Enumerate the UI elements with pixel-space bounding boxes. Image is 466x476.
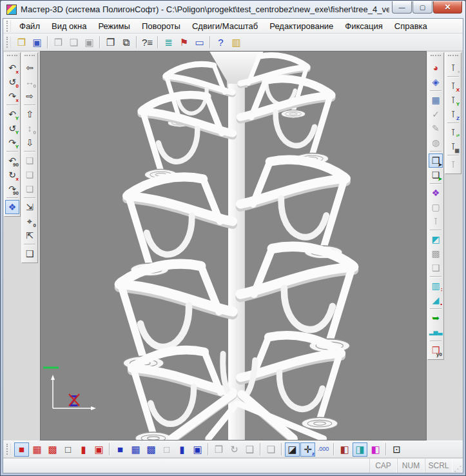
pattern-fill-button: ◍ bbox=[429, 135, 443, 150]
rotate-free-button[interactable]: ↻x bbox=[5, 168, 19, 182]
fix-x-button[interactable]: ⊺X bbox=[446, 79, 460, 93]
help-book-button[interactable]: ▥ bbox=[229, 35, 244, 49]
face-select-button[interactable]: ◩ bbox=[429, 232, 443, 246]
viewport[interactable]: Z bbox=[40, 51, 427, 441]
cut-plane-button[interactable]: ◢• bbox=[429, 293, 443, 307]
render-material-button[interactable]: ◕ bbox=[429, 61, 443, 75]
view-box-button[interactable]: ❑ bbox=[23, 246, 37, 261]
toolbar-rotate-grip[interactable] bbox=[7, 55, 17, 59]
rotate-y-right-button[interactable]: ↷Y bbox=[5, 135, 19, 150]
menu-item-fixation[interactable]: Фиксация bbox=[339, 20, 388, 32]
menu-item-modes[interactable]: Режимы bbox=[92, 20, 135, 32]
menu-item-editing[interactable]: Редактирование bbox=[264, 20, 339, 32]
menu-item-view-window[interactable]: Вид окна bbox=[46, 20, 92, 32]
axes-xyz-button[interactable]: ✛z bbox=[300, 442, 315, 457]
toolbar-top-grip[interactable] bbox=[6, 37, 11, 48]
chart-bars-button[interactable]: ▂▅▃ bbox=[429, 325, 443, 339]
toolbar-separator bbox=[430, 308, 442, 310]
pan-left-button[interactable]: ⇦ bbox=[23, 61, 37, 75]
section-layers-button[interactable]: ▥∶ bbox=[429, 279, 443, 293]
fix-y-button[interactable]: ⊺Y bbox=[446, 93, 460, 107]
rotate-y-zero-button[interactable]: ↺Y bbox=[5, 121, 19, 135]
menu-item-file[interactable]: Файл bbox=[14, 20, 46, 32]
select-object-button[interactable]: ❒➤ bbox=[429, 154, 443, 168]
copy-view-button[interactable]: ❐ bbox=[103, 35, 118, 49]
cube-blue-dots-sparse-button[interactable]: ▦ bbox=[128, 442, 143, 457]
toolbar-separator bbox=[430, 151, 442, 152]
window-new-icon: ❏ bbox=[26, 156, 34, 165]
rotate-x-left-button[interactable]: ↶x bbox=[5, 61, 19, 75]
slice-blue-button[interactable]: ▮ bbox=[175, 442, 189, 457]
pan-up-icon: ⇧ bbox=[26, 110, 34, 119]
open-model-button[interactable]: ❒ bbox=[14, 35, 29, 49]
language-flags-icon: ⚑ bbox=[180, 37, 188, 47]
cube-blue-dots-button[interactable]: ▩ bbox=[144, 442, 159, 457]
cube-colored-button[interactable]: ❖ bbox=[429, 186, 443, 200]
toolbar-view-tools-grip[interactable] bbox=[431, 55, 441, 59]
fix-center-button[interactable]: ⊺◦ bbox=[446, 61, 460, 75]
cube-teal-button[interactable]: ◨ bbox=[353, 442, 367, 457]
fix-region-button[interactable]: ⊺▦ bbox=[446, 139, 460, 154]
export-model-button[interactable]: ➥ bbox=[429, 311, 443, 325]
rotate-90-right-button[interactable]: ↷90 bbox=[5, 182, 19, 196]
rotate-90-left-button[interactable]: ↶90 bbox=[5, 154, 19, 168]
menu-bar: ФайлВид окнаРежимыПоворотыСдвиги/Масштаб… bbox=[3, 19, 463, 34]
precision-000-button[interactable]: .000 bbox=[316, 442, 331, 457]
cube-blue-solid-button[interactable]: ■ bbox=[113, 442, 128, 457]
maximize-button[interactable]: ▢ bbox=[413, 1, 432, 14]
app-icon[interactable] bbox=[6, 5, 17, 15]
cube-blue-frame-button[interactable]: ▣ bbox=[190, 442, 205, 457]
rotate-y-left-button[interactable]: ↶Y bbox=[5, 107, 19, 121]
zoom-shrink-button[interactable]: ⇱ bbox=[23, 228, 37, 243]
cube-red-blue-button[interactable]: ◧ bbox=[337, 442, 352, 457]
pan-up-button[interactable]: ⇧ bbox=[23, 107, 37, 121]
cube-shaded-button[interactable]: ◪ bbox=[285, 442, 300, 457]
rotate-x-zero-button[interactable]: ↺0 bbox=[5, 75, 19, 89]
cube-white-wire-button[interactable]: □ bbox=[61, 442, 75, 457]
toolbar-bottom-grip[interactable] bbox=[6, 444, 11, 455]
zoom-extents-button[interactable]: ⇲ bbox=[23, 200, 37, 214]
menu-item-rotations[interactable]: Повороты bbox=[136, 20, 186, 32]
background-grid-button[interactable]: ▦ bbox=[429, 93, 443, 107]
export-model-icon: ➥ bbox=[432, 313, 440, 322]
help-button[interactable]: ? bbox=[213, 35, 228, 49]
view-isometric-button[interactable]: ❖ bbox=[5, 200, 19, 214]
cube-magenta-button[interactable]: ◧ bbox=[368, 442, 383, 457]
cube-y0-badge: y0 bbox=[436, 352, 442, 357]
save-model-button[interactable]: ▣ bbox=[30, 35, 44, 49]
menu-item-help[interactable]: Справка bbox=[389, 20, 433, 32]
cube-red-solid-button[interactable]: ■ bbox=[14, 442, 29, 457]
cut-plane-badge: • bbox=[440, 302, 442, 307]
screen-settings-button[interactable]: ▭ bbox=[192, 35, 207, 49]
menubar-grip[interactable] bbox=[6, 21, 11, 32]
context-help-button[interactable]: ?≡ bbox=[140, 35, 155, 49]
select-region-button[interactable]: ❏➤ bbox=[429, 168, 443, 182]
cube-red-dots-button[interactable]: ▩ bbox=[45, 442, 60, 457]
fix-z-button[interactable]: ⊺Z bbox=[446, 107, 460, 121]
toolbar-separator bbox=[209, 36, 211, 48]
fix-points-button[interactable]: ⊺¹² bbox=[446, 125, 460, 139]
fit-view-button[interactable]: ⊡ bbox=[389, 442, 404, 457]
pan-down-button[interactable]: ⇩ bbox=[23, 135, 37, 150]
slice-red-button[interactable]: ▮ bbox=[76, 442, 91, 457]
close-button[interactable]: ✕ bbox=[433, 1, 462, 14]
pan-right-button[interactable]: ⇨ bbox=[23, 89, 37, 103]
status-cap: CAP bbox=[369, 459, 397, 473]
cube-y0-button[interactable]: ❒y0 bbox=[429, 343, 443, 357]
slice-red-icon: ▮ bbox=[81, 444, 86, 454]
menu-item-shifts-scale[interactable]: Сдвиги/Масштаб bbox=[186, 20, 264, 32]
minimize-button[interactable]: — bbox=[392, 1, 412, 14]
rotate-x-right-button[interactable]: ↷x bbox=[5, 89, 19, 103]
language-flags-button[interactable]: ⚑ bbox=[177, 35, 191, 49]
cube-red-frame-button[interactable]: ▣ bbox=[92, 442, 106, 457]
toolbar-fixation-grip[interactable] bbox=[448, 55, 458, 59]
context-help-icon: ?≡ bbox=[142, 37, 153, 47]
precision-000-icon: .000 bbox=[318, 446, 329, 452]
paste-view-button[interactable]: ⧉ bbox=[119, 35, 133, 49]
legend-button[interactable]: ≣ bbox=[161, 35, 176, 49]
cube-red-mesh-button[interactable]: ▦ bbox=[30, 442, 44, 457]
toolbar-pan-grip[interactable] bbox=[24, 55, 35, 59]
center-model-button[interactable]: ◈ bbox=[429, 75, 443, 89]
resize-grip[interactable]: ⋰ bbox=[452, 459, 463, 473]
zoom-original-button[interactable]: ⌖0 bbox=[23, 214, 37, 228]
